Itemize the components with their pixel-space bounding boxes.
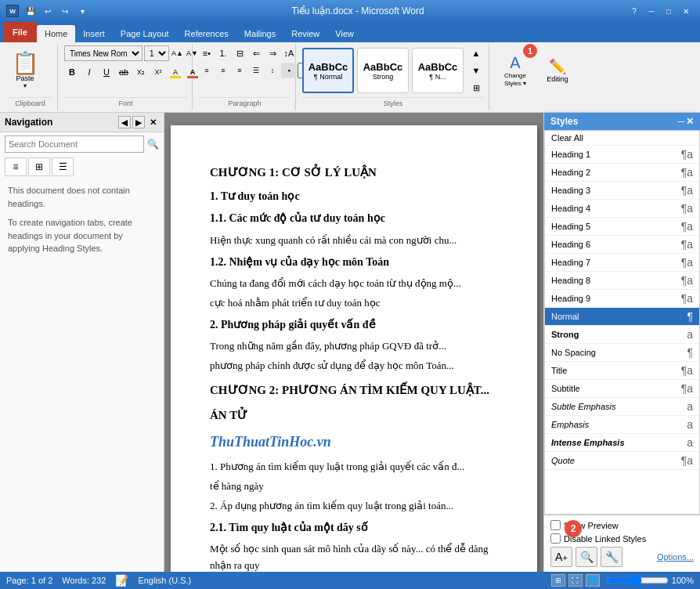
tab-view[interactable]: View (327, 25, 362, 42)
grow-font-btn[interactable]: A▲ (171, 45, 184, 61)
increase-indent-btn[interactable]: ⇒ (265, 45, 280, 61)
styles-panel-minimize[interactable]: ─ (677, 116, 684, 127)
manage-styles-btn[interactable]: 🔧 (601, 547, 622, 567)
style-item-label: Subtitle (551, 384, 580, 393)
style-item-heading3[interactable]: Heading 3 ¶a (545, 182, 699, 200)
styles-scroll-up[interactable]: ▲ (468, 45, 484, 61)
style-item-emphasis[interactable]: Emphasis a (545, 416, 699, 434)
nav-arrow-right[interactable]: ▶ (132, 116, 145, 128)
strikethrough-btn[interactable]: ab (116, 64, 132, 80)
align-left-btn[interactable]: ≡ (199, 63, 215, 78)
save-qat[interactable]: 💾 (23, 4, 38, 18)
style-strong-preview[interactable]: AaBbCc Strong (357, 48, 409, 93)
style-item-heading4[interactable]: Heading 4 ¶a (545, 200, 699, 218)
style-item-heading1[interactable]: Heading 1 ¶a (545, 146, 699, 164)
style-item-no-spacing[interactable]: No Spacing ¶ (545, 344, 699, 362)
styles-footer-buttons: A+ 🔍 🔧 Options... 2 (550, 547, 694, 567)
doc-line-3: Hiện thực xung quanh có rất nhiều cái mà… (210, 233, 498, 249)
styles-scroll-down[interactable]: ▼ (468, 63, 484, 78)
align-right-btn[interactable]: ≡ (232, 63, 247, 78)
underline-btn[interactable]: U (99, 64, 114, 80)
bold-btn[interactable]: B (64, 64, 80, 80)
style-item-strong[interactable]: Strong a (545, 326, 699, 344)
text-color-btn[interactable]: A (185, 64, 200, 80)
nav-header-right: ◀ ▶ ✕ (118, 116, 159, 128)
style-nospacing-preview[interactable]: AaBbCc ¶ N... (412, 48, 464, 93)
web-layout-btn[interactable]: 🌐 (586, 574, 600, 587)
page-info: Page: 1 of 2 (6, 576, 52, 585)
tab-references[interactable]: References (177, 25, 236, 42)
word-icon: W (6, 5, 19, 17)
style-normal-preview[interactable]: AaBbCc ¶ Normal (302, 48, 354, 93)
style-item-heading6[interactable]: Heading 6 ¶a (545, 236, 699, 254)
browse-results-btn[interactable]: ☰ (52, 157, 74, 176)
full-screen-btn[interactable]: ⛶ (568, 574, 583, 587)
style-inspector-btn[interactable]: 🔍 (576, 547, 597, 567)
sort-btn[interactable]: ↕A (281, 45, 297, 61)
show-preview-checkbox[interactable] (550, 520, 561, 530)
style-item-title[interactable]: Title ¶a (545, 362, 699, 380)
style-item-normal[interactable]: Normal ¶ (545, 308, 699, 326)
spell-check-icon[interactable]: 📝 (115, 574, 128, 587)
paste-button[interactable]: 📋 Paste ▾ (8, 49, 42, 92)
customize-qat[interactable]: ▾ (75, 4, 89, 18)
font-name-select[interactable]: Times New Rom (64, 45, 143, 61)
nav-arrow-left[interactable]: ◀ (118, 116, 131, 128)
restore-btn[interactable]: □ (661, 4, 677, 18)
tab-review[interactable]: Review (283, 25, 327, 42)
browse-pages-btn[interactable]: ⊞ (28, 157, 50, 176)
font-content: Times New Rom 14 A▲ A▼ B I U ab X₂ X² A … (64, 45, 187, 96)
style-item-heading7[interactable]: Heading 7 ¶a (545, 254, 699, 272)
nav-search-input[interactable] (5, 136, 144, 153)
tab-mailings[interactable]: Mailings (236, 25, 283, 42)
bullets-btn[interactable]: ≡• (199, 45, 215, 61)
redo-qat[interactable]: ↪ (58, 4, 72, 18)
style-item-heading5[interactable]: Heading 5 ¶a (545, 218, 699, 236)
browse-headings-btn[interactable]: ≡ (5, 157, 27, 176)
editing-btn[interactable]: ✏️ Editing (538, 46, 577, 95)
align-center-btn[interactable]: ≡ (215, 63, 231, 78)
change-styles-btn[interactable]: A ChangeStyles ▾ 1 (496, 46, 535, 95)
close-btn[interactable]: ✕ (678, 4, 694, 18)
style-item-clear-all[interactable]: Clear All (545, 131, 699, 146)
justify-btn[interactable]: ☰ (248, 63, 264, 78)
undo-qat[interactable]: ↩ (41, 4, 55, 18)
styles-panel-close[interactable]: ✕ (686, 116, 694, 127)
help-btn[interactable]: ? (626, 4, 642, 18)
options-link[interactable]: Options... (657, 552, 694, 562)
numbering-btn[interactable]: 1. (215, 45, 231, 61)
search-icon[interactable]: 🔍 (147, 139, 159, 150)
doc-line-16: 2.1. Tìm quy luật của một dãy số (210, 519, 498, 537)
style-item-heading8[interactable]: Heading 8 ¶a (545, 272, 699, 290)
subscript-btn[interactable]: X₂ (133, 64, 149, 80)
text-highlight-btn[interactable]: A (168, 64, 183, 80)
document-area[interactable]: CHƯƠNG 1: CƠ SỞ LÝ LUẬN 1. Tư duy toán h… (164, 113, 543, 572)
styles-list[interactable]: Clear All Heading 1 ¶a Heading 2 ¶a Head… (544, 130, 700, 515)
tab-page-layout[interactable]: Page Layout (113, 25, 177, 42)
decrease-indent-btn[interactable]: ⇐ (248, 45, 264, 61)
style-item-heading2[interactable]: Heading 2 ¶a (545, 164, 699, 182)
style-item-subtle-emphasis[interactable]: Subtle Emphasis a (545, 398, 699, 416)
styles-expand[interactable]: ⊞ (468, 80, 484, 96)
badge-1: 1 (523, 44, 537, 58)
italic-btn[interactable]: I (81, 64, 97, 80)
print-layout-btn[interactable]: ⊞ (551, 574, 565, 587)
new-style-btn[interactable]: A+ (550, 547, 572, 567)
nav-close-btn[interactable]: ✕ (146, 116, 159, 128)
style-item-subtitle[interactable]: Subtitle ¶a (545, 380, 699, 398)
tab-home[interactable]: Home (37, 25, 75, 42)
style-item-intense-emphasis[interactable]: Intense Emphasis a (545, 434, 699, 452)
zoom-slider[interactable] (606, 576, 669, 584)
multilevel-btn[interactable]: ⊟ (232, 45, 247, 61)
document-page[interactable]: CHƯƠNG 1: CƠ SỞ LÝ LUẬN 1. Tư duy toán h… (171, 125, 537, 572)
font-size-select[interactable]: 14 (144, 45, 169, 61)
line-spacing-btn[interactable]: ↕ (265, 63, 280, 78)
style-item-quote[interactable]: Quote ¶a (545, 452, 699, 470)
tab-insert[interactable]: Insert (75, 25, 113, 42)
shading-btn[interactable]: ▪ (281, 63, 297, 78)
minimize-btn[interactable]: ─ (644, 4, 659, 18)
disable-linked-checkbox[interactable] (550, 533, 561, 544)
style-item-heading9[interactable]: Heading 9 ¶a (545, 290, 699, 308)
tab-file[interactable]: File (3, 22, 37, 42)
superscript-btn[interactable]: X² (150, 64, 166, 80)
